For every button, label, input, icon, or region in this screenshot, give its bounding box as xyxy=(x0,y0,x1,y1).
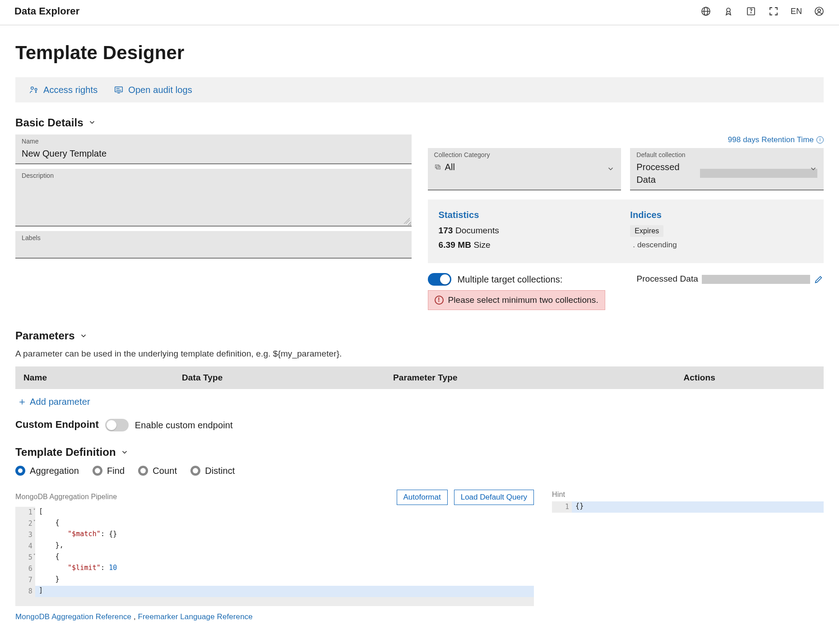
radio-label: Count xyxy=(153,464,177,477)
audit-logs-link[interactable]: Open audit logs xyxy=(114,83,192,96)
default-collection-value: Processed Data xyxy=(636,161,696,186)
params-table: Name Data Type Parameter Type Actions xyxy=(15,366,824,389)
collection-category-value: All xyxy=(445,161,455,173)
editor-label: MongoDB Aggregation Pipeline xyxy=(15,492,117,502)
radio-distinct[interactable]: Distinct xyxy=(190,464,235,477)
pencil-icon[interactable] xyxy=(814,274,824,284)
app-title: Data Explorer xyxy=(14,5,79,19)
section-basic-details[interactable]: Basic Details xyxy=(15,115,824,130)
collection-category-label: Collection Category xyxy=(434,151,615,160)
custom-endpoint-title: Custom Endpoint xyxy=(15,418,99,432)
svg-point-7 xyxy=(31,87,34,89)
access-rights-link[interactable]: Access rights xyxy=(29,83,97,96)
radio-aggregation[interactable]: Aggregation xyxy=(15,464,79,477)
svg-point-6 xyxy=(818,9,820,12)
user-icon[interactable] xyxy=(814,6,825,17)
info-icon[interactable]: i xyxy=(816,136,824,144)
indices-heading: Indices xyxy=(630,208,813,221)
params-hint: A parameter can be used in the underlyin… xyxy=(15,348,824,360)
chevron-down-icon xyxy=(607,165,615,173)
docs-count: 173 xyxy=(439,226,453,235)
section-template-definition-label: Template Definition xyxy=(15,445,116,460)
redacted-text xyxy=(702,275,810,284)
multi-collections-toggle[interactable] xyxy=(428,273,451,286)
section-template-definition[interactable]: Template Definition xyxy=(15,445,824,460)
hint-code-line: {} xyxy=(572,501,824,513)
retention-text: 998 days Retention Time xyxy=(728,134,814,145)
col-name: Name xyxy=(23,372,182,384)
page-title: Template Designer xyxy=(15,40,824,66)
person-key-icon xyxy=(29,85,39,95)
name-label: Name xyxy=(22,137,405,146)
radio-dot-icon xyxy=(93,466,102,476)
custom-endpoint-toggle[interactable] xyxy=(105,419,129,431)
radio-dot-icon xyxy=(15,466,25,476)
stack-icon xyxy=(434,163,441,171)
warning-icon: ! xyxy=(435,296,444,305)
load-default-button[interactable]: Load Default Query xyxy=(454,490,534,505)
autoformat-button[interactable]: Autoformat xyxy=(397,490,448,505)
svg-point-8 xyxy=(35,88,37,90)
hint-editor[interactable]: 1{} xyxy=(552,501,824,513)
size-value: 6.39 MB xyxy=(439,240,472,250)
default-collection-label: Default collection xyxy=(636,151,817,160)
description-field[interactable]: Description xyxy=(15,169,412,227)
multi-collections-value: Processed Data xyxy=(636,273,698,285)
stats-heading: Statistics xyxy=(439,208,621,221)
chevron-down-icon xyxy=(79,332,88,340)
radio-label: Distinct xyxy=(205,464,235,477)
redacted-text xyxy=(700,169,817,178)
svg-rect-10 xyxy=(435,165,439,168)
add-parameter-button[interactable]: ＋ Add parameter xyxy=(17,395,90,408)
access-rights-label: Access rights xyxy=(43,83,97,96)
col-ptype: Parameter Type xyxy=(393,372,684,384)
description-value xyxy=(22,181,405,192)
idx-prefix: . xyxy=(633,241,637,249)
default-collection-select[interactable]: Default collection Processed Data xyxy=(630,148,824,190)
chevron-down-icon xyxy=(809,165,817,173)
freemarker-ref-link[interactable]: Freemarker Language Reference xyxy=(138,612,253,621)
error-text: Please select minimum two collections. xyxy=(448,294,598,306)
collection-category-select[interactable]: Collection Category All xyxy=(428,148,621,190)
labels-label: Labels xyxy=(22,234,405,243)
chevron-down-icon xyxy=(88,118,96,126)
name-value: New Query Template xyxy=(22,147,405,160)
name-field[interactable]: Name New Query Template xyxy=(15,134,412,164)
audit-logs-label: Open audit logs xyxy=(128,83,192,96)
radio-label: Aggregation xyxy=(30,464,79,477)
globe-icon[interactable] xyxy=(700,6,711,17)
badge-icon[interactable] xyxy=(723,6,734,17)
pipeline-editor[interactable]: 1▾[2▾ {3 "$match": {}4 },5▾ {6 "$limit":… xyxy=(15,507,534,597)
ref-sep: , xyxy=(131,612,138,621)
radio-find[interactable]: Find xyxy=(93,464,125,477)
idx-direction: descending xyxy=(637,241,677,249)
hint-label: Hint xyxy=(552,490,565,500)
section-basic-label: Basic Details xyxy=(15,115,83,130)
section-parameters[interactable]: Parameters xyxy=(15,328,824,343)
list-monitor-icon xyxy=(114,85,124,95)
description-label: Description xyxy=(22,171,405,181)
fullscreen-icon[interactable] xyxy=(768,6,779,17)
labels-field[interactable]: Labels xyxy=(15,231,412,259)
index-chip: Expires xyxy=(630,225,663,237)
query-type-radios: AggregationFindCountDistinct xyxy=(15,464,824,477)
svg-rect-9 xyxy=(115,87,123,92)
retention-time: 998 days Retention Time i xyxy=(428,134,824,145)
radio-dot-icon xyxy=(138,466,148,476)
language-switch[interactable]: EN xyxy=(791,6,802,17)
plus-icon: ＋ xyxy=(17,397,27,407)
add-parameter-label: Add parameter xyxy=(30,395,90,408)
chevron-down-icon xyxy=(121,448,129,456)
radio-count[interactable]: Count xyxy=(138,464,177,477)
stats-panel: Statistics 173 Documents 6.39 MB Size In… xyxy=(428,199,824,263)
custom-endpoint-label: Enable custom endpoint xyxy=(135,419,233,431)
min-collections-error: ! Please select minimum two collections. xyxy=(428,290,605,310)
col-dtype: Data Type xyxy=(182,372,393,384)
action-strip: Access rights Open audit logs xyxy=(15,77,824,102)
help-book-icon[interactable] xyxy=(746,6,756,17)
radio-dot-icon xyxy=(190,466,200,476)
size-label: Size xyxy=(473,240,490,250)
radio-label: Find xyxy=(107,464,125,477)
multi-collections-label: Multiple target collections: xyxy=(458,273,563,286)
mongo-ref-link[interactable]: MongoDB Aggregation Reference xyxy=(15,612,131,621)
